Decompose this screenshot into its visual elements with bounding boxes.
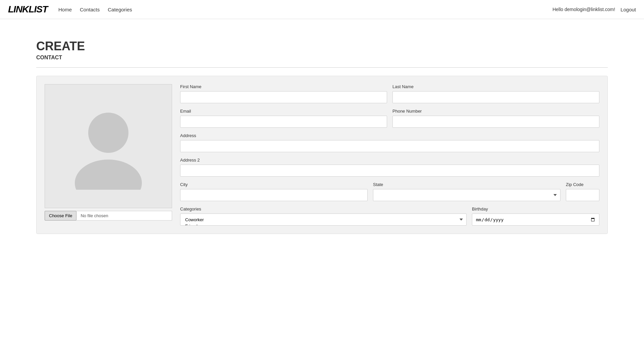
nav-links: Home Contacts Categories bbox=[58, 7, 552, 12]
zip-input[interactable] bbox=[566, 189, 599, 201]
state-label: State bbox=[373, 182, 560, 187]
phone-label: Phone Number bbox=[392, 109, 599, 114]
divider bbox=[36, 67, 608, 68]
email-input[interactable] bbox=[180, 116, 387, 128]
page-subtitle: CONTACT bbox=[36, 55, 608, 61]
site-logo[interactable]: LINKLIST bbox=[8, 4, 48, 15]
zip-group: Zip Code bbox=[566, 182, 599, 201]
file-input-row: Choose File No file chosen bbox=[45, 211, 172, 221]
form-fields: First Name Last Name Email Phone Number bbox=[180, 84, 599, 226]
email-phone-row: Email Phone Number bbox=[180, 109, 599, 128]
first-name-label: First Name bbox=[180, 84, 387, 89]
nav-categories[interactable]: Categories bbox=[108, 7, 132, 12]
birthday-label: Birthday bbox=[472, 206, 599, 212]
no-file-label: No file chosen bbox=[76, 211, 172, 221]
first-name-group: First Name bbox=[180, 84, 387, 103]
avatar-box bbox=[45, 84, 172, 208]
categories-birthday-row: Categories CoworkerFriendDnD Birthday bbox=[180, 206, 599, 226]
user-greeting: Hello demologin@linklist.com! bbox=[552, 7, 615, 12]
city-label: City bbox=[180, 182, 368, 187]
address2-label: Address 2 bbox=[180, 158, 599, 163]
svg-point-0 bbox=[88, 113, 128, 153]
choose-file-button[interactable]: Choose File bbox=[45, 211, 76, 221]
page-content: CREATE CONTACT Choose File No file chose… bbox=[0, 19, 644, 254]
nav-home[interactable]: Home bbox=[58, 7, 72, 12]
city-input[interactable] bbox=[180, 189, 368, 201]
navbar: LINKLIST Home Contacts Categories Hello … bbox=[0, 0, 644, 19]
categories-label: Categories bbox=[180, 206, 467, 212]
logout-link[interactable]: Logout bbox=[621, 7, 636, 12]
form-card: Choose File No file chosen First Name La… bbox=[36, 76, 608, 234]
address-input[interactable] bbox=[180, 140, 599, 152]
birthday-group: Birthday bbox=[472, 206, 599, 226]
avatar-icon bbox=[71, 103, 145, 190]
city-group: City bbox=[180, 182, 368, 201]
last-name-group: Last Name bbox=[392, 84, 599, 103]
email-label: Email bbox=[180, 109, 387, 114]
zip-label: Zip Code bbox=[566, 182, 599, 187]
page-title: CREATE bbox=[36, 39, 608, 53]
address-group: Address bbox=[180, 133, 599, 152]
address2-group: Address 2 bbox=[180, 158, 599, 177]
nav-contacts[interactable]: Contacts bbox=[80, 7, 100, 12]
city-state-zip-row: City State ALAKAZARCACOCTDEFLGAHIIDILINI… bbox=[180, 182, 599, 201]
state-group: State ALAKAZARCACOCTDEFLGAHIIDILINIAKSKY… bbox=[373, 182, 560, 201]
birthday-input[interactable] bbox=[472, 214, 599, 226]
last-name-label: Last Name bbox=[392, 84, 599, 89]
avatar-section: Choose File No file chosen bbox=[45, 84, 172, 226]
categories-select[interactable]: CoworkerFriendDnD bbox=[180, 214, 467, 226]
email-group: Email bbox=[180, 109, 387, 128]
svg-point-1 bbox=[75, 160, 142, 190]
first-name-input[interactable] bbox=[180, 91, 387, 103]
state-select[interactable]: ALAKAZARCACOCTDEFLGAHIIDILINIAKSKYLAMEMD… bbox=[373, 189, 560, 201]
name-row: First Name Last Name bbox=[180, 84, 599, 103]
address2-input[interactable] bbox=[180, 165, 599, 177]
categories-group: Categories CoworkerFriendDnD bbox=[180, 206, 467, 226]
last-name-input[interactable] bbox=[392, 91, 599, 103]
phone-input[interactable] bbox=[392, 116, 599, 128]
phone-group: Phone Number bbox=[392, 109, 599, 128]
address-label: Address bbox=[180, 133, 599, 138]
